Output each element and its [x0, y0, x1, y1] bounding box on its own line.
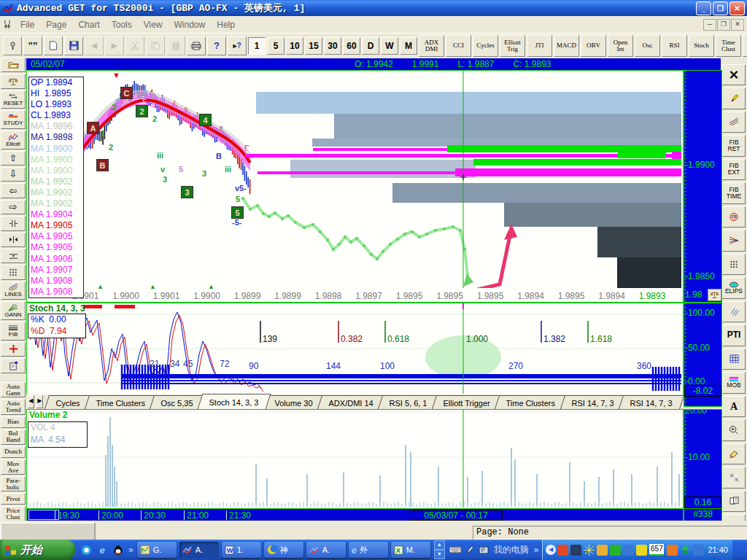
tab-rsi-5-6-1[interactable]: RSI 5, 6, 1 [378, 395, 439, 409]
task-button-g[interactable]: G. [137, 542, 177, 558]
open-folder-button[interactable] [1, 58, 26, 72]
stoch-scale[interactable]: -100.00-50.00-0.00-8.02 [684, 303, 722, 407]
zoom-in-button[interactable] [722, 419, 746, 441]
network-icon[interactable] [623, 545, 634, 556]
tab-elliott-trigger[interactable]: Elliott Trigger [432, 395, 502, 409]
indicator-cycles-button[interactable]: Cycles [473, 35, 498, 57]
tab-volume-30[interactable]: Volume 30 [263, 395, 325, 409]
ball-orange-icon[interactable] [667, 545, 678, 556]
minimized-window[interactable] [0, 522, 96, 542]
tool-donch-button[interactable]: Donch [1, 446, 26, 458]
child-close-button[interactable]: ✕ [731, 19, 744, 31]
counter-badge[interactable]: 657 [649, 544, 664, 556]
arrow-down-button[interactable]: ⇩ [1, 167, 26, 182]
indicator-elliott-trig-button[interactable]: Elliott Trig [500, 35, 525, 57]
blue-grid-button[interactable] [722, 349, 746, 370]
pattern-grid-button[interactable] [722, 467, 746, 489]
context-help-button[interactable]: ▸? [228, 36, 247, 55]
timeframe-30-button[interactable]: 30 [324, 37, 341, 55]
fib-ret-button[interactable]: FIB RET [722, 135, 746, 157]
task-button-a[interactable]: A. [306, 542, 346, 558]
fib-levels-button[interactable]: FIB [1, 322, 26, 341]
paste-button[interactable] [166, 36, 185, 55]
timeframe-10-button[interactable]: 10 [286, 37, 303, 55]
restore-button[interactable]: ❐ [713, 1, 728, 15]
study-chart-button[interactable]: STUDY [1, 110, 26, 129]
trend-lines-button[interactable] [722, 112, 746, 133]
reset-arrows-button[interactable]: RESET [1, 90, 26, 109]
start-button[interactable]: 开始 [0, 540, 75, 560]
people-icon[interactable] [557, 545, 568, 556]
indicator-rsi-button[interactable]: RSI [662, 35, 687, 57]
tab-scroll-left[interactable]: ◀ [28, 395, 34, 408]
tool-mov-ave-button[interactable]: Mov Ave [1, 459, 26, 475]
indicator-open-int-button[interactable]: Open Int [608, 35, 633, 57]
hatch-lines-button[interactable] [722, 301, 746, 323]
volume-panel[interactable]: Volume 2 VOL 4 MA 4.54 [26, 409, 684, 510]
dog-icon[interactable] [597, 545, 608, 556]
arrow-up-button[interactable]: ⇧ [1, 151, 26, 166]
task-button-a[interactable]: A. [179, 542, 219, 558]
gann-fan-button[interactable]: GANN [1, 301, 26, 320]
fib-ext-button[interactable]: FIB EXT [722, 159, 746, 181]
arrow-right-button[interactable]: ⇨ [1, 200, 26, 214]
menu-window[interactable]: Window [169, 18, 212, 32]
language-band-label[interactable]: 我的电脑 [494, 544, 529, 556]
menu-help[interactable]: Help [211, 18, 241, 32]
volume-scale[interactable]: 20.00-10.000.16 [684, 409, 722, 510]
indicator-jti-button[interactable]: JTI [527, 35, 552, 57]
mouse-icon[interactable] [570, 545, 581, 556]
indicator-time-clust-button[interactable]: Time Clust [716, 35, 741, 57]
timeframe-D-button[interactable]: D [362, 37, 379, 55]
quotes-button[interactable]: ”” [23, 36, 42, 55]
ie-launch-button[interactable]: e [96, 543, 109, 556]
tab-adx-dmi-14[interactable]: ADX/DMI 14 [317, 395, 385, 409]
red-cross-button[interactable] [1, 342, 26, 357]
stochastic-panel[interactable]: Stoch 14, 3, 3 %K 0.00 %D 7.94 1390.3820… [26, 303, 684, 396]
tool-bias-button[interactable]: Bias [1, 416, 26, 428]
forward-button[interactable]: ▶ [105, 36, 124, 55]
task-button-[interactable]: 神 [264, 542, 303, 558]
indicator-adx-dmi-button[interactable]: ADX DMI [419, 35, 444, 57]
pen-tray-button[interactable] [465, 545, 474, 555]
child-restore-button[interactable]: ❐ [717, 19, 730, 31]
timeframe-M-button[interactable]: M [400, 37, 417, 55]
task-button-1[interactable]: W1. [222, 542, 261, 558]
pencil-button[interactable] [722, 88, 746, 109]
chevron-icon[interactable]: » [534, 545, 539, 555]
tab-rsi-14-7-3[interactable]: RSI 14, 7, 3 [619, 395, 684, 409]
monitor-green-icon[interactable] [610, 545, 621, 556]
close-button[interactable]: ✕ [729, 1, 745, 15]
scales-button[interactable] [1, 74, 26, 88]
copy-button[interactable] [146, 36, 165, 55]
new-doc-button[interactable] [44, 36, 63, 55]
timeframe-W-button[interactable]: W [381, 37, 398, 55]
timeframe-1-button[interactable]: 1 [248, 37, 266, 55]
menu-view[interactable]: View [138, 18, 169, 32]
child-minimize-button[interactable]: ─ [703, 19, 716, 31]
tray-collapse-icon[interactable]: ◀ [546, 545, 556, 555]
close-x-button[interactable] [722, 64, 746, 86]
task-button-m[interactable]: XM. [391, 542, 430, 558]
price-chart-panel[interactable]: OP 1.9894HI 1.9895LO 1.9893CL 1.9893MA 1… [26, 70, 684, 303]
indicator-macd-button[interactable]: MACD [554, 35, 579, 57]
ellipse-button[interactable]: ELIPS [722, 277, 746, 299]
tab-stoch-14-3-3[interactable]: Stoch 14, 3, 3 [198, 394, 271, 409]
tool-bol-band-button[interactable]: Bol Band [1, 429, 26, 445]
mob-bars-button[interactable]: MOB [722, 372, 746, 394]
tool-para--bolic-button[interactable]: Para- bolic [1, 476, 26, 491]
elliott-wave-button[interactable]: Elliott [1, 131, 26, 149]
indicator-cci-button[interactable]: CCI [446, 35, 471, 57]
timeframe-5-button[interactable]: 5 [267, 37, 285, 55]
pin-button[interactable] [3, 36, 22, 55]
save-button[interactable] [64, 36, 83, 55]
chevron-icon[interactable]: » [128, 545, 133, 555]
print-button[interactable] [187, 36, 206, 55]
bar-spacing-button[interactable] [1, 216, 26, 230]
task-button-[interactable]: e外 [349, 542, 388, 558]
grid-dots-button[interactable] [722, 254, 746, 276]
square-yellow-icon[interactable] [636, 545, 647, 556]
updown-icon[interactable] [680, 545, 691, 556]
tab-time-clusters[interactable]: Time Clusters [85, 395, 158, 409]
letter-a-button[interactable]: A [722, 396, 746, 418]
